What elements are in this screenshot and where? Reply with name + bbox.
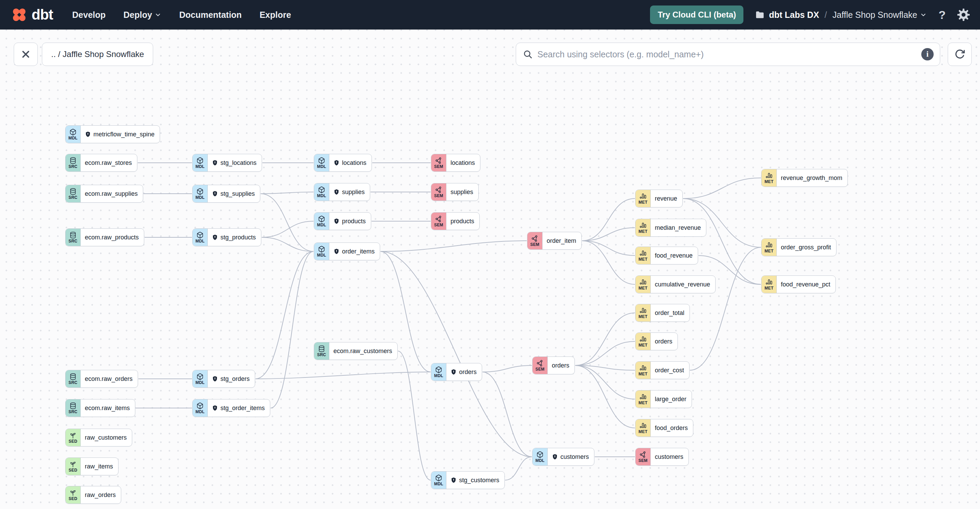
node-sed_raw_orders[interactable]: SEDraw_orders (65, 486, 121, 504)
info-icon[interactable]: i (921, 48, 934, 60)
help-icon[interactable]: ? (939, 8, 946, 22)
node-type-label: MET (765, 249, 774, 253)
node-met_large_order[interactable]: METlarge_order (635, 390, 692, 408)
dbt-logo[interactable]: dbt (10, 6, 53, 24)
node-mdl_stg_products[interactable]: MDLstg_products (192, 228, 261, 246)
node-met_order_cost[interactable]: METorder_cost (635, 361, 689, 379)
menu-item-deploy[interactable]: Deploy (124, 10, 161, 20)
node-name: products (446, 213, 479, 230)
node-type-label: MET (639, 372, 648, 377)
node-met_orders[interactable]: METorders (635, 332, 678, 350)
node-type-label: SRC (69, 239, 78, 243)
node-met_revenue[interactable]: METrevenue (635, 189, 682, 207)
search-input[interactable] (533, 49, 921, 59)
node-sem_products[interactable]: SEMproducts (431, 212, 480, 230)
contract-shield-icon (85, 131, 91, 138)
try-cloud-cli-button[interactable]: Try Cloud CLI (beta) (650, 5, 743, 24)
menu-item-explore[interactable]: Explore (259, 10, 291, 20)
source-database-icon (69, 232, 76, 239)
node-src_raw_orders[interactable]: SRCecom.raw_orders (65, 370, 138, 388)
node-name: customers (548, 448, 594, 465)
model-cube-icon (536, 451, 544, 458)
node-name: locations (446, 154, 480, 172)
node-src_raw_supplies[interactable]: SRCecom.raw_supplies (65, 185, 143, 203)
contract-shield-icon (212, 159, 218, 166)
navbar-right: Try Cloud CLI (beta) dbt Labs DX / Jaffl… (650, 5, 970, 24)
source-database-icon (69, 157, 76, 164)
node-type-label: MET (639, 257, 648, 262)
node-name: food_orders (651, 419, 693, 437)
source-database-icon (69, 402, 76, 409)
node-met_revenue_growth_mom[interactable]: METrevenue_growth_mom (761, 169, 848, 187)
contract-shield-icon (212, 190, 218, 197)
node-src_raw_stores[interactable]: SRCecom.raw_stores (65, 154, 137, 172)
breadcrumb[interactable]: .. / Jaffle Shop Snowflake (42, 43, 153, 66)
node-name: order_item (542, 232, 581, 249)
node-mdl_metricflow_time_spine[interactable]: MDLmetricflow_time_spine (65, 126, 160, 143)
node-sem_supplies[interactable]: SEMsupplies (431, 183, 479, 201)
model-cube-icon (318, 246, 325, 253)
node-sed_raw_customers[interactable]: SEDraw_customers (65, 429, 132, 447)
node-name: food_revenue_pct (777, 276, 835, 293)
node-type-label: SRC (69, 164, 78, 169)
refresh-button[interactable] (948, 43, 972, 66)
lineage-canvas[interactable]: MDLmetricflow_time_spineSRCecom.raw_stor… (0, 30, 980, 509)
node-name: revenue_growth_mom (777, 169, 848, 186)
metric-bars-icon (640, 393, 647, 401)
node-mdl_stg_supplies[interactable]: MDLstg_supplies (192, 185, 260, 203)
gear-icon[interactable] (957, 9, 970, 21)
node-met_food_revenue[interactable]: METfood_revenue (635, 247, 698, 264)
node-met_food_orders[interactable]: METfood_orders (635, 419, 693, 437)
node-met_order_gross_profit[interactable]: METorder_gross_profit (761, 239, 837, 256)
node-mdl_stg_orders[interactable]: MDLstg_orders (192, 370, 255, 388)
node-mdl_supplies[interactable]: MDLsupplies (314, 183, 370, 201)
semantic-model-icon (435, 157, 442, 164)
node-type-label: MDL (196, 239, 205, 243)
node-mdl_products[interactable]: MDLproducts (314, 212, 371, 230)
node-met_order_total[interactable]: METorder_total (635, 304, 690, 322)
node-mdl_customers[interactable]: MDLcustomers (532, 448, 594, 466)
node-name: stg_supplies (208, 185, 260, 202)
close-button[interactable] (14, 43, 38, 66)
project-selector[interactable]: Jaffle Shop Snowflake (832, 10, 927, 20)
node-met_median_revenue[interactable]: METmedian_revenue (635, 219, 706, 237)
node-type-label: SED (69, 439, 77, 444)
node-mdl_order_items[interactable]: MDLorder_items (314, 242, 380, 260)
path-separator: / (823, 10, 828, 20)
node-type-label: SRC (69, 196, 78, 200)
node-name: median_revenue (651, 219, 706, 236)
node-sed_raw_items[interactable]: SEDraw_items (65, 458, 118, 476)
node-src_raw_products[interactable]: SRCecom.raw_products (65, 228, 144, 246)
node-met_food_revenue_pct[interactable]: METfood_revenue_pct (761, 275, 836, 293)
node-mdl_stg_customers[interactable]: MDLstg_customers (431, 471, 505, 489)
contract-shield-icon (212, 375, 218, 382)
node-type-label: SED (69, 468, 77, 472)
semantic-model-icon (531, 235, 538, 242)
node-sem_customers[interactable]: SEMcustomers (635, 448, 689, 466)
metric-bars-icon (640, 278, 647, 286)
main-menu: Develop Deploy Documentation Explore (72, 10, 291, 20)
metric-bars-icon (640, 250, 647, 257)
node-type-label: MET (765, 180, 774, 184)
menu-item-develop[interactable]: Develop (72, 10, 105, 20)
node-mdl_stg_locations[interactable]: MDLstg_locations (192, 154, 262, 172)
node-src_raw_items[interactable]: SRCecom.raw_items (65, 399, 135, 417)
node-mdl_orders[interactable]: MDLorders (431, 363, 482, 381)
metric-bars-icon (640, 307, 647, 314)
node-name: food_revenue (651, 247, 698, 264)
account-name[interactable]: dbt Labs DX (769, 10, 819, 20)
close-icon (21, 49, 31, 59)
node-mdl_locations[interactable]: MDLlocations (314, 154, 372, 172)
node-mdl_stg_order_items[interactable]: MDLstg_order_items (192, 399, 270, 417)
dbt-logo-icon (10, 6, 28, 24)
node-met_cumulative_revenue[interactable]: METcumulative_revenue (635, 275, 716, 293)
node-type-label: SEM (434, 194, 443, 198)
node-src_raw_customers[interactable]: SRCecom.raw_customers (314, 342, 398, 360)
node-sem_locations[interactable]: SEMlocations (431, 154, 480, 172)
menu-item-documentation[interactable]: Documentation (179, 10, 242, 20)
node-type-label: SRC (317, 353, 326, 357)
seed-sprout-icon (69, 461, 76, 468)
model-cube-icon (196, 373, 204, 380)
node-sem_order_item[interactable]: SEMorder_item (527, 232, 582, 250)
node-sem_orders[interactable]: SEMorders (532, 356, 575, 374)
